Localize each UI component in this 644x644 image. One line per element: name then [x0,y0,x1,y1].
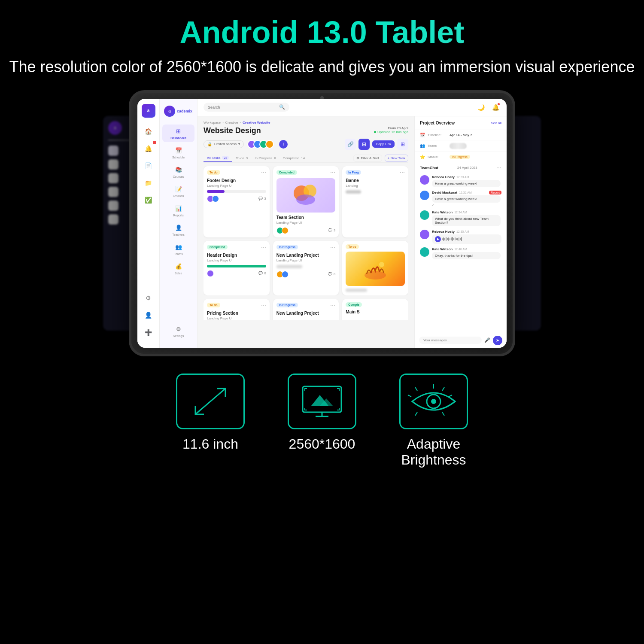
sidebar-logo-wide: a cademix [160,102,197,120]
filter-sort-button[interactable]: ⚙ Filter & Sort [353,155,382,162]
card-header-9: Comple [346,302,405,307]
tab-todo[interactable]: To do 3 [232,155,251,162]
card-more-8[interactable]: ⋯ [330,302,335,308]
sidebar-narrow: a 🏠 🔔 📄 📁 ✅ ⚙ 👤 ➕ [137,99,160,348]
send-button[interactable]: ➤ [493,336,502,345]
new-task-button[interactable]: + New Task [385,155,408,162]
sidebar-item-teams[interactable]: 👥 Teams [162,240,194,258]
page-title: Website Design [204,126,261,135]
main-content: 🔍 🌙 🔔 Workspace [197,99,507,348]
card-tag-5: In Progress [276,245,298,249]
card-more-5[interactable]: ⋯ [330,244,335,250]
sidebar-item-reports[interactable]: 📊 Reports [162,202,194,219]
moon-icon[interactable]: 🌙 [476,102,486,112]
sidebar-item-settings[interactable]: ⚙ Settings [162,322,194,340]
sidebar-narrow-bottom: ⚙ 👤 ➕ [142,291,155,343]
eye-brightness-svg [404,382,464,421]
tab-all-tasks[interactable]: All Tasks 23 [204,154,232,162]
wave-bar-12 [456,238,457,240]
card-title-5: New Landing Project [276,253,336,258]
tab-in-progress[interactable]: In Progress 6 [251,155,279,162]
wave-bar-10 [453,238,454,240]
tablet-wrapper: a a 🏠 🔔 📄 [116,90,528,356]
card-image-svg-6 [358,256,392,282]
add-member-button[interactable]: + [279,140,288,149]
from-date: From 23 April [374,126,408,130]
play-button[interactable]: ▶ [435,236,441,242]
card-header-1: To do ⋯ [207,170,266,176]
card-more-1[interactable]: ⋯ [261,170,266,176]
filter-icon: ⚙ [356,156,359,160]
nav-icon-doc[interactable]: 📄 [142,159,155,173]
card-subtitle-4: Landing Page UI [207,258,266,262]
mic-icon[interactable]: 🎤 [484,337,490,343]
nav-icon-notif[interactable]: 🔔 [142,142,155,155]
nav-icon-user[interactable]: 👤 [142,308,155,322]
chat-name-3: Kate Watson [432,210,453,214]
teamchat-more-icon[interactable]: ⋯ [496,165,501,171]
card-more-2[interactable]: ⋯ [330,170,335,176]
chat-avatar-4 [420,230,429,239]
tab-completed[interactable]: Completed 14 [279,155,309,162]
nav-icon-check[interactable]: ✅ [142,193,155,207]
chat-name-row-1: Rebeca Hosty 12:33 AM [432,175,501,179]
card-tag-7: To do [207,303,220,307]
chat-name-4: Rebeca Hosty [432,230,455,234]
card-title-7: Pricing Section [207,311,266,316]
nav-icon-home[interactable]: 🏠 [142,125,155,138]
svg-line-16 [415,387,417,391]
chat-input[interactable] [419,337,482,344]
chat-msg-4: Rebeca Hosty 12:35 AM ▶ [420,230,501,244]
check-icon-2: ✓ [432,204,434,207]
card-subtitle-3: Landing [346,184,405,188]
layout-button[interactable]: ⊞ [397,139,408,150]
nav-icon-folder[interactable]: 📁 [142,176,155,190]
chat-time-2: 12:32 AM [459,191,472,194]
card-comments-2: 💬 3 [328,228,335,232]
report-badge[interactable]: Report [489,191,501,194]
comment-icon-2: 💬 [328,228,332,232]
wave-bar-13 [457,238,458,240]
sales-icon: 💰 [174,262,183,271]
nav-icon-add[interactable]: ➕ [142,325,155,339]
see-all-link[interactable]: See all [491,121,501,125]
bell-icon[interactable]: 🔔 [490,102,501,112]
card-subtitle-2: Landing Page UI [276,221,336,225]
access-bar: 🔒 Limited access ▾ + [204,139,408,150]
panel-timeline-row: 📅 Timeline: Apr 14 - May 7 [415,130,507,140]
sidebar-item-schedule[interactable]: 📅 Schedule [162,144,194,161]
sidebar-wide: a cademix ⊞ Dashboard 📅 Schedule 📚 Cours… [160,99,197,348]
chat-bubble-3: What do you think about new Team Section… [432,215,501,226]
wave-bar-9 [452,237,453,241]
sidebar-item-lessons[interactable]: 📝 Lessons [162,182,194,200]
link-button[interactable]: 🔗 [345,139,356,150]
task-card-3: In Prog ⋯ Banne Landing [342,166,408,237]
sidebar-item-courses[interactable]: 📚 Courses [162,163,194,181]
schedule-icon: 📅 [174,146,183,155]
audio-wave[interactable]: ▶ [432,234,501,244]
chat-content-2: Devid Mackurat 12:32 AM Report Have a gr… [432,191,501,207]
search-input[interactable] [208,105,279,109]
green-dot [374,131,376,133]
feature-label-resolution: 2560*1600 [289,436,355,452]
card-avatar-4a [207,270,214,277]
comment-icon-5: 💬 [328,272,332,276]
card-more-7[interactable]: ⋯ [261,302,266,308]
grid-button[interactable]: ⊟ [358,139,370,150]
chat-bubble-5: Okay, thanks for the tips! [432,252,501,259]
search-box[interactable]: 🔍 [204,103,289,112]
card-more-4[interactable]: ⋯ [261,244,266,250]
chat-avatar-5 [420,247,429,257]
sidebar-item-teachers[interactable]: 👤 Teachers [162,221,194,239]
nav-icon-settings[interactable]: ⚙ [142,291,155,305]
chat-time-5: 12:40 AM [454,248,467,251]
chat-name-row-3: Kate Watson 12:34 AM [432,210,501,214]
task-card-7: To do ⋯ Pricing Section Landing Page UI [204,299,270,320]
copy-link-button[interactable]: Copy Link [372,140,395,148]
card-more-3[interactable]: ⋯ [400,170,405,176]
sidebar-item-dashboard[interactable]: ⊞ Dashboard [162,125,194,142]
teams-icon: 👥 [174,243,183,252]
feature-resolution: 2560*1600 [288,374,356,452]
limited-access-btn[interactable]: 🔒 Limited access ▾ [204,140,244,148]
sidebar-item-sales[interactable]: 💰 Sales [162,260,194,277]
